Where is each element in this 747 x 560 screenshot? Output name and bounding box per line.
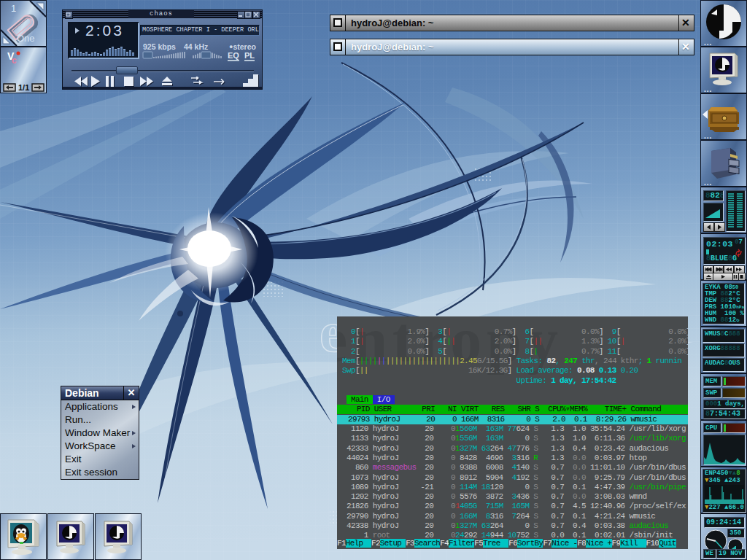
- svg-text:1: 1: [11, 3, 16, 14]
- svg-text:1/1: 1/1: [18, 83, 29, 92]
- svg-text:One: One: [17, 33, 35, 44]
- svg-text:c: c: [12, 55, 17, 66]
